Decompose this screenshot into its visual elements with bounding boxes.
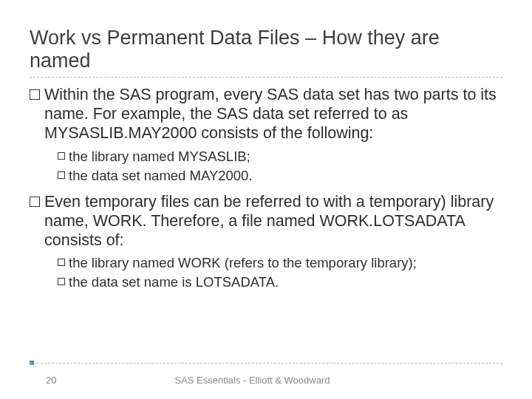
slide-content: Within the SAS program, every SAS data s… [30, 85, 502, 292]
bullet-text: Even temporary files can be referred to … [44, 192, 502, 250]
sublist: the library named MYSASLIB; the data set… [58, 148, 502, 185]
bullet-level1: Within the SAS program, every SAS data s… [30, 85, 502, 143]
subbullet-text: the library named MYSASLIB; [69, 148, 502, 166]
subbullet-text: the data set named MAY2000. [69, 167, 502, 185]
footer-text: SAS Essentials - Elliott & Woodward [174, 375, 502, 386]
slide: Work vs Permanent Data Files – How they … [0, 0, 532, 399]
bullet-level2: the library named MYSASLIB; [58, 148, 502, 166]
slide-title: Work vs Permanent Data Files – How they … [30, 27, 502, 72]
bullet-level1: Even temporary files can be referred to … [30, 192, 502, 250]
square-bullet-icon [58, 259, 65, 266]
page-number: 20 [46, 375, 56, 386]
footer-divider [30, 363, 502, 364]
sublist: the library named WORK (refers to the te… [58, 254, 502, 291]
bullet-level2: the data set name is LOTSADATA. [58, 273, 502, 291]
subbullet-text: the library named WORK (refers to the te… [69, 254, 502, 272]
footer: 20 SAS Essentials - Elliott & Woodward [30, 375, 502, 386]
square-bullet-icon [30, 89, 40, 100]
square-bullet-icon [58, 152, 65, 160]
square-bullet-icon [30, 197, 40, 207]
bullet-level2: the data set named MAY2000. [58, 167, 502, 185]
bullet-text: Within the SAS program, every SAS data s… [44, 85, 502, 143]
subbullet-text: the data set name is LOTSADATA. [69, 273, 502, 291]
title-divider [30, 77, 502, 78]
bullet-level2: the library named WORK (refers to the te… [58, 254, 502, 272]
square-bullet-icon [58, 171, 65, 179]
square-bullet-icon [58, 278, 65, 285]
